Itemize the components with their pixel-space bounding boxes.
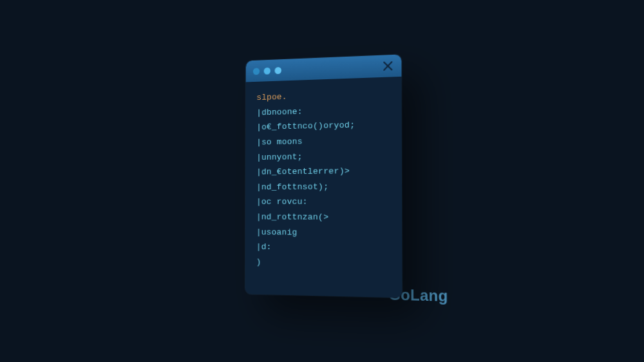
code-line: |dn_€otentlerrer)>: [256, 163, 390, 180]
code-line: ): [256, 254, 390, 272]
code-line: |unnyont;: [256, 148, 390, 165]
traffic-lights: [253, 66, 281, 74]
close-icon[interactable]: [382, 60, 393, 72]
code-line: |oc rovcu:: [256, 195, 390, 210]
code-line: |nd_rottnzan(>: [256, 210, 390, 225]
code-window: slpoe. |dbnoone: |o€_fottnco()oryod; |so…: [245, 54, 402, 298]
scene: slpoe. |dbnoone: |o€_fottnco()oryod; |so…: [242, 57, 402, 296]
code-line: |usoanig: [256, 225, 390, 241]
code-line: |d:: [256, 240, 390, 256]
dot-icon: [253, 68, 260, 75]
dot-icon: [264, 67, 270, 74]
code-line: |nd_fottnsot);: [256, 179, 390, 195]
code-line: |so moons: [256, 132, 390, 149]
code-body: slpoe. |dbnoone: |o€_fottnco()oryod; |so…: [245, 77, 402, 281]
dot-icon: [275, 66, 281, 73]
